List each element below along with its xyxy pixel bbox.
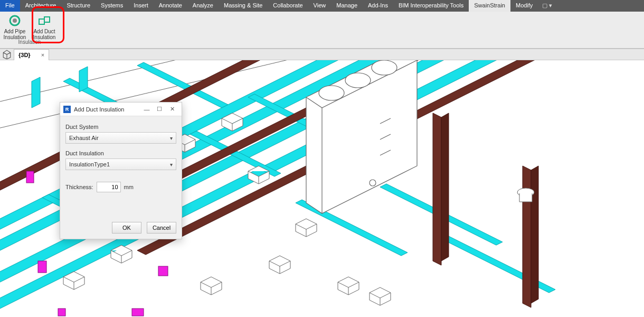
- menu-structure[interactable]: Structure: [61, 0, 96, 12]
- ribbon: Add Pipe Insulation Add Duct Insulation …: [0, 12, 644, 49]
- ribbon-btn-label: Add Duct: [33, 29, 55, 34]
- svg-rect-8: [58, 309, 65, 316]
- view-tab-3d[interactable]: {3D} ×: [14, 49, 49, 61]
- add-duct-insulation-dialog: R Add Duct Insulation — ☐ ✕ Duct System …: [60, 102, 182, 239]
- svg-point-12: [370, 180, 376, 186]
- view-tab-bar: {3D} ×: [0, 49, 644, 60]
- menu-insert[interactable]: Insert: [128, 0, 154, 12]
- ok-button[interactable]: OK: [112, 222, 141, 234]
- cancel-button[interactable]: Cancel: [147, 222, 176, 234]
- svg-rect-3: [44, 17, 50, 22]
- ribbon-panel-label: Insulation: [18, 39, 41, 45]
- svg-point-1: [13, 18, 17, 23]
- home-3d-icon[interactable]: [2, 50, 12, 59]
- svg-rect-6: [158, 266, 168, 276]
- view-tab-label: {3D}: [18, 52, 31, 58]
- menu-modify[interactable]: Modify: [510, 0, 538, 12]
- chevron-down-icon: ▾: [170, 162, 173, 167]
- dialog-title: Add Duct Insulation: [74, 106, 124, 113]
- svg-rect-4: [26, 171, 34, 183]
- ribbon-panel-insulation: Add Pipe Insulation Add Duct Insulation …: [0, 13, 59, 46]
- maximize-button[interactable]: ☐: [153, 106, 166, 113]
- svg-rect-2: [39, 19, 44, 24]
- menu-systems[interactable]: Systems: [96, 0, 128, 12]
- ribbon-btn-label: Add Pipe: [4, 29, 26, 34]
- duct-system-select[interactable]: Exhaust Air ▾: [65, 132, 176, 144]
- thickness-unit: mm: [124, 184, 134, 190]
- menu-collaborate[interactable]: Collaborate: [268, 0, 308, 12]
- svg-rect-7: [132, 309, 144, 316]
- menu-annotate[interactable]: Annotate: [154, 0, 187, 12]
- menu-swainstrain[interactable]: SwainStrain: [469, 0, 510, 12]
- duct-insulation-icon: [37, 14, 51, 27]
- chevron-down-icon: ▾: [170, 135, 173, 141]
- minimize-button[interactable]: —: [140, 106, 153, 113]
- view-tab-close-icon[interactable]: ×: [41, 52, 44, 58]
- thickness-label: Thickness:: [65, 184, 93, 190]
- menu-analyze[interactable]: Analyze: [187, 0, 219, 12]
- menu-file[interactable]: File: [0, 0, 20, 12]
- dialog-titlebar[interactable]: R Add Duct Insulation — ☐ ✕: [60, 102, 182, 116]
- menu-architecture[interactable]: Architecture: [20, 0, 62, 12]
- svg-rect-5: [38, 261, 46, 273]
- menu-add-ins[interactable]: Add-Ins: [363, 0, 393, 12]
- pipe-insulation-icon: [8, 14, 22, 27]
- thickness-input[interactable]: [97, 182, 121, 192]
- duct-insulation-label: Duct Insulation: [65, 150, 176, 156]
- menu-bar: File Architecture Structure Systems Inse…: [0, 0, 644, 12]
- menu-bim-tools[interactable]: BIM Interoperability Tools: [393, 0, 469, 12]
- svg-point-9: [319, 86, 344, 100]
- svg-point-11: [372, 60, 397, 75]
- close-button[interactable]: ✕: [166, 106, 178, 113]
- duct-insulation-select[interactable]: InsulationType1 ▾: [65, 158, 176, 170]
- add-duct-insulation-button[interactable]: Add Duct Insulation: [30, 13, 59, 40]
- quick-access-toggle[interactable]: ▢ ▾: [538, 0, 556, 12]
- duct-system-label: Duct System: [65, 124, 176, 130]
- menu-manage[interactable]: Manage: [331, 0, 363, 12]
- duct-system-value: Exhaust Air: [69, 135, 99, 141]
- menu-massing-site[interactable]: Massing & Site: [219, 0, 268, 12]
- add-pipe-insulation-button[interactable]: Add Pipe Insulation: [0, 13, 30, 40]
- duct-insulation-value: InsulationType1: [69, 161, 110, 167]
- revit-logo-icon: R: [63, 106, 71, 113]
- svg-point-10: [345, 73, 371, 88]
- menu-view[interactable]: View: [308, 0, 332, 12]
